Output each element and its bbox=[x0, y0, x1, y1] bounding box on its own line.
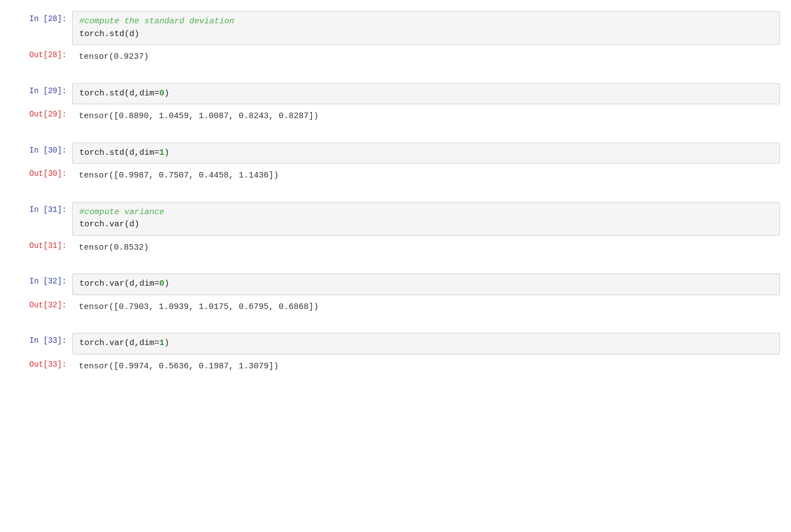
in-label-31: In [31]: bbox=[11, 202, 72, 214]
out-label-32: Out[32]: bbox=[11, 297, 72, 310]
output-text-30: tensor([0.9987, 0.7507, 0.4458, 1.1436]) bbox=[79, 171, 279, 180]
cell-group-32: In [32]: torch.var(d,dim=0) Out[32]: ten… bbox=[11, 273, 780, 317]
code-part1-33: torch.var(d,dim= bbox=[79, 338, 159, 348]
in-label-33: In [33]: bbox=[11, 333, 72, 345]
code-line-comment-28: #compute the standard deviation bbox=[79, 16, 773, 28]
code-part1-30: torch.std(d,dim= bbox=[79, 148, 159, 158]
cell-row-input-32: In [32]: torch.var(d,dim=0) bbox=[11, 273, 780, 295]
cell-row-input-33: In [33]: torch.var(d,dim=1) bbox=[11, 333, 780, 354]
in-label-30: In [30]: bbox=[11, 143, 72, 155]
cell-output-28: tensor(0.9237) bbox=[72, 47, 780, 68]
cell-input-33[interactable]: torch.var(d,dim=1) bbox=[72, 333, 780, 354]
output-text-33: tensor([0.9974, 0.5636, 0.1987, 1.3079]) bbox=[79, 362, 279, 371]
cell-group-30: In [30]: torch.std(d,dim=1) Out[30]: ten… bbox=[11, 143, 780, 186]
output-text-29: tensor([0.8890, 1.0459, 1.0087, 0.8243, … bbox=[79, 112, 319, 121]
cell-output-33: tensor([0.9974, 0.5636, 0.1987, 1.3079]) bbox=[72, 357, 780, 377]
cell-group-31: In [31]: #compute variance torch.var(d) … bbox=[11, 202, 780, 259]
code-kw-29: 0 bbox=[159, 89, 164, 98]
code-part2-33: ) bbox=[164, 338, 169, 348]
code-kw-33: 1 bbox=[159, 338, 164, 348]
cell-row-output-31: Out[31]: tensor(0.8532) bbox=[11, 238, 780, 259]
out-label-31: Out[31]: bbox=[11, 238, 72, 250]
notebook: In [28]: #compute the standard deviation… bbox=[0, 11, 791, 377]
cell-row-output-28: Out[28]: tensor(0.9237) bbox=[11, 47, 780, 68]
code-line-32: torch.var(d,dim=0) bbox=[79, 278, 773, 291]
output-text-28: tensor(0.9237) bbox=[79, 52, 149, 62]
comment-text-28: #compute the standard deviation bbox=[79, 17, 234, 26]
code-line-31: torch.var(d) bbox=[79, 219, 773, 231]
in-label-29: In [29]: bbox=[11, 83, 72, 95]
output-text-31: tensor(0.8532) bbox=[79, 243, 149, 252]
cell-group-28: In [28]: #compute the standard deviation… bbox=[11, 11, 780, 68]
cell-input-31[interactable]: #compute variance torch.var(d) bbox=[72, 202, 780, 236]
cell-row-output-29: Out[29]: tensor([0.8890, 1.0459, 1.0087,… bbox=[11, 107, 780, 127]
code-part1-32: torch.var(d,dim= bbox=[79, 279, 159, 288]
code-part2-29: ) bbox=[164, 89, 169, 98]
code-part2-30: ) bbox=[164, 148, 169, 158]
code-text-28: torch.std(d) bbox=[79, 29, 139, 39]
code-line-28: torch.std(d) bbox=[79, 28, 773, 41]
cell-row-output-32: Out[32]: tensor([0.7903, 1.0939, 1.0175,… bbox=[11, 297, 780, 318]
cell-output-29: tensor([0.8890, 1.0459, 1.0087, 0.8243, … bbox=[72, 107, 780, 127]
cell-output-30: tensor([0.9987, 0.7507, 0.4458, 1.1436]) bbox=[72, 166, 780, 186]
cell-row-input-29: In [29]: torch.std(d,dim=0) bbox=[11, 83, 780, 105]
code-line-29: torch.std(d,dim=0) bbox=[79, 88, 773, 100]
code-line-30: torch.std(d,dim=1) bbox=[79, 147, 773, 160]
cell-input-28[interactable]: #compute the standard deviation torch.st… bbox=[72, 11, 780, 45]
cell-output-32: tensor([0.7903, 1.0939, 1.0175, 0.6795, … bbox=[72, 297, 780, 318]
out-label-29: Out[29]: bbox=[11, 107, 72, 119]
output-text-32: tensor([0.7903, 1.0939, 1.0175, 0.6795, … bbox=[79, 302, 319, 312]
cell-input-30[interactable]: torch.std(d,dim=1) bbox=[72, 143, 780, 164]
code-line-33: torch.var(d,dim=1) bbox=[79, 337, 773, 350]
cell-row-input-31: In [31]: #compute variance torch.var(d) bbox=[11, 202, 780, 236]
code-line-comment-31: #compute variance bbox=[79, 206, 773, 219]
cell-group-29: In [29]: torch.std(d,dim=0) Out[29]: ten… bbox=[11, 83, 780, 127]
code-part1-29: torch.std(d,dim= bbox=[79, 89, 159, 98]
in-label-32: In [32]: bbox=[11, 273, 72, 286]
cell-group-33: In [33]: torch.var(d,dim=1) Out[33]: ten… bbox=[11, 333, 780, 377]
code-kw-32: 0 bbox=[159, 279, 164, 288]
cell-input-32[interactable]: torch.var(d,dim=0) bbox=[72, 273, 780, 295]
code-text-31: torch.var(d) bbox=[79, 220, 139, 229]
cell-row-output-30: Out[30]: tensor([0.9987, 0.7507, 0.4458,… bbox=[11, 166, 780, 186]
cell-input-29[interactable]: torch.std(d,dim=0) bbox=[72, 83, 780, 105]
out-label-30: Out[30]: bbox=[11, 166, 72, 178]
cell-row-input-28: In [28]: #compute the standard deviation… bbox=[11, 11, 780, 45]
out-label-28: Out[28]: bbox=[11, 47, 72, 59]
code-kw-30: 1 bbox=[159, 148, 164, 158]
cell-row-input-30: In [30]: torch.std(d,dim=1) bbox=[11, 143, 780, 164]
in-label-28: In [28]: bbox=[11, 11, 72, 23]
code-part2-32: ) bbox=[164, 279, 169, 288]
out-label-33: Out[33]: bbox=[11, 357, 72, 369]
cell-row-output-33: Out[33]: tensor([0.9974, 0.5636, 0.1987,… bbox=[11, 357, 780, 377]
comment-text-31: #compute variance bbox=[79, 207, 164, 217]
cell-output-31: tensor(0.8532) bbox=[72, 238, 780, 259]
